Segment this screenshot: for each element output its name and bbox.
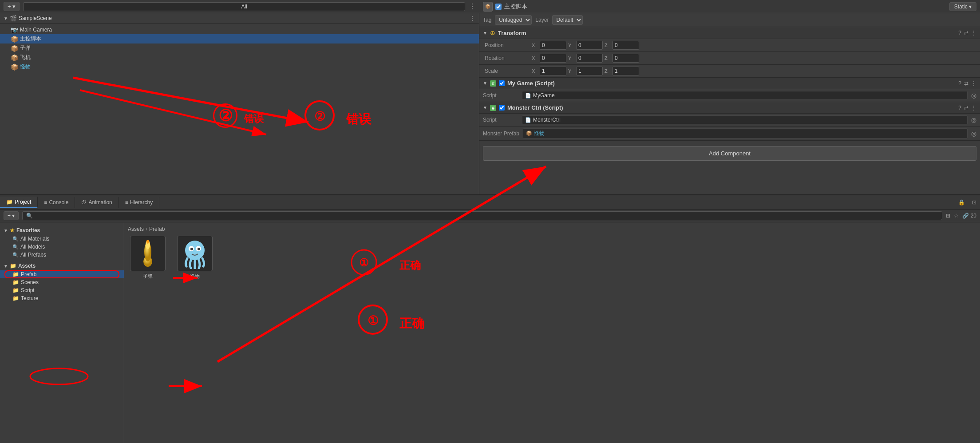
maximize-icon[interactable]: ⊡ xyxy=(968,199,980,206)
scenes-folder-icon: 📁 xyxy=(12,279,19,285)
list-item[interactable]: 📦 飞机 xyxy=(0,53,479,62)
position-label: Position xyxy=(481,42,530,48)
assets-header[interactable]: ▼ 📁 Assets xyxy=(0,261,124,270)
all-prefabs-label: All Prefabs xyxy=(20,252,46,258)
transform-actions: ? ⇄ ⋮ xyxy=(958,30,976,36)
position-x-input[interactable] xyxy=(540,41,566,50)
pick-object-icon[interactable]: ◎ xyxy=(971,116,976,123)
prefab-value[interactable]: 📦 怪物 xyxy=(523,128,968,138)
scene-icon: 🎬 xyxy=(10,15,17,22)
rotation-x-input[interactable] xyxy=(540,54,566,63)
rx-label: X xyxy=(532,55,538,61)
console-tab-label: Console xyxy=(49,199,68,206)
favorites-header[interactable]: ▼ ★ Favorites xyxy=(0,226,124,235)
assets-label: Assets xyxy=(18,263,36,269)
add-button[interactable]: + ▾ xyxy=(4,2,20,11)
monster-prefab-row: Monster Prefab 📦 怪物 ◎ xyxy=(479,127,980,141)
settings-icon[interactable]: ⇄ xyxy=(964,105,968,111)
bottom-content: ▼ ★ Favorites 🔍 All Materials 🔍 All Mode… xyxy=(0,222,980,443)
tag-select[interactable]: Untagged xyxy=(495,15,532,25)
list-item[interactable]: 📦 子弹 xyxy=(0,44,479,53)
script-value[interactable]: 📄 MyGame xyxy=(522,91,968,100)
asset-guaiwu[interactable]: 怪物 xyxy=(175,236,215,280)
script-file-icon: 📄 xyxy=(525,117,531,123)
all-materials-label: All Materials xyxy=(20,236,49,242)
my-game-checkbox[interactable] xyxy=(499,80,505,86)
assets-main: Assets › Prefab xyxy=(124,222,980,443)
scenes-folder-item[interactable]: 📁 Scenes xyxy=(0,278,124,286)
script-folder-item[interactable]: 📁 Script xyxy=(0,286,124,294)
active-checkbox[interactable] xyxy=(495,4,502,10)
prefab-folder-icon: 📁 xyxy=(12,271,19,277)
bottom-area: 📁 Project ≡ Console ⏱ Animation ≡ Hierar… xyxy=(0,194,980,443)
all-models-item[interactable]: 🔍 All Models xyxy=(0,243,124,251)
my-game-title: My Game (Script) xyxy=(507,80,555,87)
monster-script-row: Script 📄 MonsterCtrl ◎ xyxy=(479,114,980,127)
arrow-overlay xyxy=(0,77,479,194)
layout-icon[interactable]: ⊞ xyxy=(946,213,950,219)
tab-hierarchy[interactable]: ≡ Hierarchy xyxy=(119,197,159,208)
all-materials-item[interactable]: 🔍 All Materials xyxy=(0,235,124,243)
pick-prefab-icon[interactable]: ◎ xyxy=(971,130,976,137)
scale-label: Scale xyxy=(481,68,530,74)
scene-name: SampleScene xyxy=(19,15,52,21)
monster-ctrl-checkbox[interactable] xyxy=(499,105,505,111)
hierarchy-panel: ▼ 🎬 SampleScene ⋮ 📷 Main Camera 📦 主控脚本 📦… xyxy=(0,13,479,194)
filter-icon[interactable]: ☆ xyxy=(954,213,959,219)
scale-row: Scale X Y Z xyxy=(479,65,980,78)
my-game-script-row: Script 📄 MyGame ◎ xyxy=(479,89,980,102)
help-icon[interactable]: ? xyxy=(958,80,961,87)
console-tab-icon: ≡ xyxy=(44,199,47,206)
sz-label: Z xyxy=(605,68,611,74)
monster-script-value[interactable]: 📄 MonsterCtrl xyxy=(522,115,968,124)
scene-view: 错误 ② xyxy=(0,77,479,194)
settings-icon[interactable]: ⇄ xyxy=(964,80,968,87)
search-input[interactable] xyxy=(23,2,465,11)
transform-header: ▼ ⊕ Transform ? ⇄ ⋮ xyxy=(479,27,980,39)
scale-y-input[interactable] xyxy=(576,67,603,75)
more-icon[interactable]: ⋮ xyxy=(971,30,976,36)
more-icon[interactable]: ⋮ xyxy=(971,80,976,87)
tab-animation[interactable]: ⏱ Animation xyxy=(75,197,119,208)
position-z-input[interactable] xyxy=(612,41,639,50)
path-prefab[interactable]: Prefab xyxy=(149,226,165,232)
tab-console[interactable]: ≡ Console xyxy=(38,197,75,208)
svg-point-10 xyxy=(198,248,200,250)
list-item[interactable]: 📦 主控脚本 xyxy=(0,34,479,44)
position-y-input[interactable] xyxy=(576,41,603,50)
asset-zidan[interactable]: 子弹 xyxy=(128,236,168,280)
hierarchy-tab-icon: ≡ xyxy=(125,199,128,206)
static-button[interactable]: Static ▾ xyxy=(949,2,976,11)
more-options-icon[interactable]: ⋮ xyxy=(469,2,476,11)
list-item[interactable]: 📦 怪物 xyxy=(0,62,479,71)
bottom-add-button[interactable]: + ▾ xyxy=(4,211,19,220)
add-component-button[interactable]: Add Component xyxy=(483,146,976,161)
item-label: 主控脚本 xyxy=(20,35,41,43)
texture-folder-item[interactable]: 📁 Texture xyxy=(0,294,124,302)
assets-grid: 子弹 xyxy=(128,236,976,280)
rotation-z-input[interactable] xyxy=(612,54,639,63)
scene-more-icon[interactable]: ⋮ xyxy=(469,15,475,22)
all-prefabs-item[interactable]: 🔍 All Prefabs xyxy=(0,251,124,259)
scale-z-input[interactable] xyxy=(612,67,639,75)
tab-project[interactable]: 📁 Project xyxy=(0,197,38,208)
annotation-2-circle: ② xyxy=(213,103,237,128)
layer-select[interactable]: Default xyxy=(552,15,583,25)
zidan-label: 子弹 xyxy=(143,273,153,280)
help-icon[interactable]: ? xyxy=(958,30,961,36)
path-assets[interactable]: Assets xyxy=(128,226,144,232)
bottom-search-input[interactable] xyxy=(22,211,942,220)
rz-label: Z xyxy=(605,55,611,61)
pick-object-icon[interactable]: ◎ xyxy=(971,92,976,99)
monster-ctrl-header: ▼ # Monster Ctrl (Script) ? ⇄ ⋮ xyxy=(479,102,980,114)
help-icon[interactable]: ? xyxy=(958,105,961,111)
settings-icon[interactable]: ⇄ xyxy=(964,30,968,36)
prefab-folder-item[interactable]: 📁 Prefab xyxy=(0,270,124,278)
lock-icon[interactable]: 🔒 xyxy=(955,199,968,206)
more-icon[interactable]: ⋮ xyxy=(971,105,976,111)
monster-ctrl-actions: ? ⇄ ⋮ xyxy=(958,105,976,111)
list-item[interactable]: 📷 Main Camera xyxy=(0,25,479,34)
rotation-y-input[interactable] xyxy=(576,54,603,63)
prefab-file-icon: 📦 xyxy=(526,131,532,136)
scale-x-input[interactable] xyxy=(540,67,566,75)
